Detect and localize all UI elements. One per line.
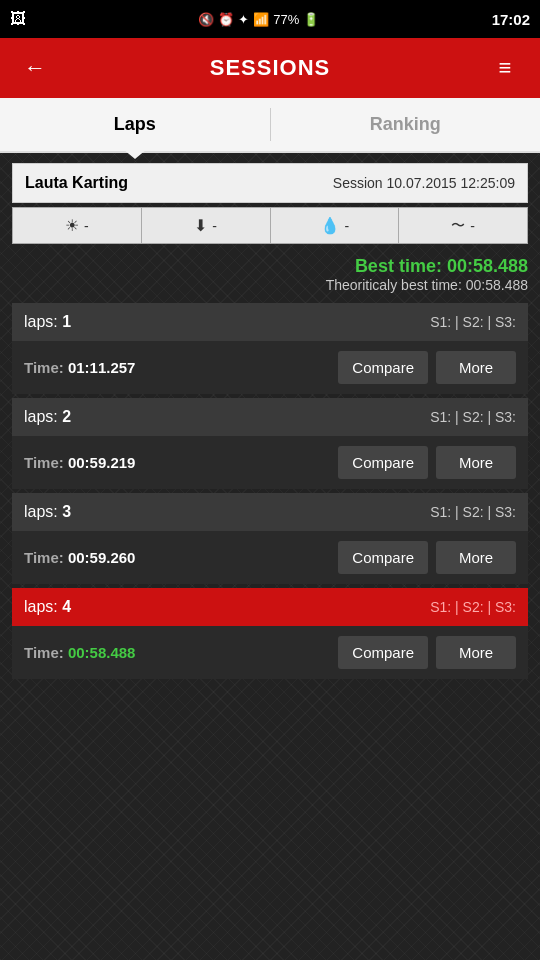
lap-2-compare-button[interactable]: Compare bbox=[338, 446, 428, 479]
lap-3-more-button[interactable]: More bbox=[436, 541, 516, 574]
mute-icon: 🔇 bbox=[198, 12, 214, 27]
bluetooth-icon: ✦ bbox=[238, 12, 249, 27]
stat-water-value: - bbox=[345, 218, 350, 234]
tab-ranking[interactable]: Ranking bbox=[271, 98, 541, 151]
lap-3-header: laps: 3 S1: | S2: | S3: bbox=[12, 493, 528, 531]
stat-wind: 〜 - bbox=[399, 208, 527, 243]
app-header: ← SESSIONS ≡ bbox=[0, 38, 540, 98]
lap-2-time-row: Time: 00:59.219 Compare More bbox=[12, 436, 528, 489]
water-icon: 💧 bbox=[320, 216, 340, 235]
lap-1-more-button[interactable]: More bbox=[436, 351, 516, 384]
menu-button[interactable]: ≡ bbox=[485, 55, 525, 81]
stat-download: ⬇ - bbox=[142, 208, 271, 243]
session-info-bar: Lauta Karting Session 10.07.2015 12:25:0… bbox=[12, 163, 528, 203]
theoretical-best-display: Theoriticaly best time: 00:58.488 bbox=[12, 277, 528, 293]
lap-1-header: laps: 1 S1: | S2: | S3: bbox=[12, 303, 528, 341]
battery-icon: 🔋 bbox=[303, 12, 319, 27]
lap-1-time-row: Time: 01:11.257 Compare More bbox=[12, 341, 528, 394]
lap-1-time: Time: 01:11.257 bbox=[24, 359, 330, 376]
lap-1-compare-button[interactable]: Compare bbox=[338, 351, 428, 384]
stat-weather: ☀ - bbox=[13, 208, 142, 243]
lap-group-2: laps: 2 S1: | S2: | S3: Time: 00:59.219 … bbox=[12, 398, 528, 489]
sun-icon: ☀ bbox=[65, 216, 79, 235]
session-date: Session 10.07.2015 12:25:09 bbox=[333, 175, 515, 191]
lap-4-time: Time: 00:58.488 bbox=[24, 644, 330, 661]
lap-group-3: laps: 3 S1: | S2: | S3: Time: 00:59.260 … bbox=[12, 493, 528, 584]
stat-weather-value: - bbox=[84, 218, 89, 234]
stat-wind-value: - bbox=[470, 218, 475, 234]
best-time-section: Best time: 00:58.488 Theoriticaly best t… bbox=[12, 256, 528, 293]
status-icons: 🔇 ⏰ ✦ 📶 77% 🔋 bbox=[198, 12, 319, 27]
lap-2-number: laps: 2 bbox=[24, 408, 71, 426]
lap-2-sectors: S1: | S2: | S3: bbox=[430, 409, 516, 425]
lap-4-number: laps: 4 bbox=[24, 598, 71, 616]
stats-row: ☀ - ⬇ - 💧 - 〜 - bbox=[12, 207, 528, 244]
battery-percent: 77% bbox=[273, 12, 299, 27]
status-time: 17:02 bbox=[492, 11, 530, 28]
status-bar-left: 🖼 bbox=[10, 10, 26, 28]
lap-1-number: laps: 1 bbox=[24, 313, 71, 331]
alarm-icon: ⏰ bbox=[218, 12, 234, 27]
lap-2-time: Time: 00:59.219 bbox=[24, 454, 330, 471]
lap-3-number: laps: 3 bbox=[24, 503, 71, 521]
lap-2-header: laps: 2 S1: | S2: | S3: bbox=[12, 398, 528, 436]
session-name: Lauta Karting bbox=[25, 174, 128, 192]
signal-bars-icon: 📶 bbox=[253, 12, 269, 27]
lap-3-time: Time: 00:59.260 bbox=[24, 549, 330, 566]
lap-3-compare-button[interactable]: Compare bbox=[338, 541, 428, 574]
tab-laps[interactable]: Laps bbox=[0, 98, 270, 151]
stat-download-value: - bbox=[212, 218, 217, 234]
download-icon: ⬇ bbox=[194, 216, 207, 235]
tab-bar: Laps Ranking bbox=[0, 98, 540, 153]
lap-4-header: laps: 4 S1: | S2: | S3: bbox=[12, 588, 528, 626]
best-time-display: Best time: 00:58.488 bbox=[12, 256, 528, 277]
lap-group-4: laps: 4 S1: | S2: | S3: Time: 00:58.488 … bbox=[12, 588, 528, 679]
lap-1-sectors: S1: | S2: | S3: bbox=[430, 314, 516, 330]
main-content: Lauta Karting Session 10.07.2015 12:25:0… bbox=[0, 153, 540, 693]
lap-4-more-button[interactable]: More bbox=[436, 636, 516, 669]
lap-group-1: laps: 1 S1: | S2: | S3: Time: 01:11.257 … bbox=[12, 303, 528, 394]
stat-water: 💧 - bbox=[271, 208, 400, 243]
photo-icon: 🖼 bbox=[10, 10, 26, 28]
lap-4-time-row: Time: 00:58.488 Compare More bbox=[12, 626, 528, 679]
wind-icon: 〜 bbox=[451, 217, 465, 235]
lap-3-sectors: S1: | S2: | S3: bbox=[430, 504, 516, 520]
status-bar: 🖼 🔇 ⏰ ✦ 📶 77% 🔋 17:02 bbox=[0, 0, 540, 38]
header-title: SESSIONS bbox=[55, 55, 485, 81]
lap-4-sectors: S1: | S2: | S3: bbox=[430, 599, 516, 615]
back-button[interactable]: ← bbox=[15, 55, 55, 81]
lap-2-more-button[interactable]: More bbox=[436, 446, 516, 479]
lap-3-time-row: Time: 00:59.260 Compare More bbox=[12, 531, 528, 584]
lap-4-compare-button[interactable]: Compare bbox=[338, 636, 428, 669]
